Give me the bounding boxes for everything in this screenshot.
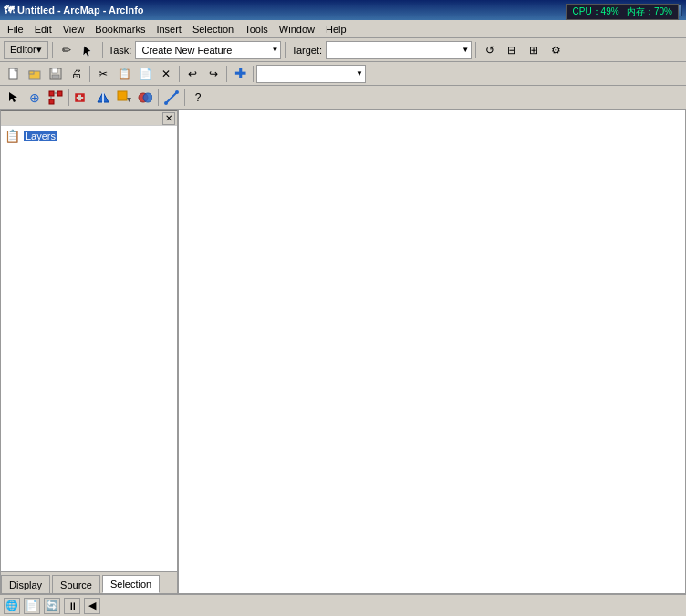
tab-source[interactable]: Source bbox=[52, 575, 100, 593]
reshape-button[interactable] bbox=[72, 89, 92, 107]
save-button[interactable] bbox=[46, 65, 66, 83]
union-button[interactable] bbox=[135, 89, 155, 107]
split-button[interactable] bbox=[93, 89, 113, 107]
add-vertex-button[interactable]: ⊕ bbox=[25, 89, 45, 107]
std-sep-2 bbox=[179, 66, 180, 82]
separator-1 bbox=[52, 42, 53, 58]
editor-dropdown-button[interactable]: Editor▾ bbox=[4, 41, 48, 59]
reshape-icon bbox=[75, 90, 89, 105]
editor-label: Editor▾ bbox=[10, 44, 42, 56]
std-sep-1 bbox=[89, 66, 90, 82]
edit-arrow-icon bbox=[82, 44, 95, 57]
open-folder-icon bbox=[28, 68, 41, 80]
print-button[interactable]: 🖨 bbox=[67, 65, 87, 83]
svg-rect-10 bbox=[57, 91, 62, 96]
separator-3 bbox=[285, 42, 286, 58]
edit-tool-button[interactable] bbox=[78, 41, 99, 59]
toc-layers-item: 📋 Layers bbox=[3, 128, 175, 144]
status-globe-icon[interactable]: 🌐 bbox=[4, 598, 20, 614]
delete-button[interactable]: ✕ bbox=[156, 65, 176, 83]
map-canvas[interactable] bbox=[178, 110, 686, 594]
app-icon: 🗺 bbox=[4, 5, 14, 16]
svg-rect-16 bbox=[81, 94, 84, 97]
flip-icon-button[interactable]: ⊟ bbox=[502, 41, 522, 59]
scale-arrow: ▼ bbox=[356, 69, 363, 78]
sketch-tool-button[interactable]: ✏ bbox=[57, 41, 77, 59]
cut-button[interactable]: ✂ bbox=[93, 65, 113, 83]
toc-header: ✕ bbox=[1, 111, 177, 126]
save-icon bbox=[49, 68, 62, 80]
target-dropdown[interactable]: ▼ bbox=[326, 41, 472, 59]
split-icon bbox=[96, 90, 110, 105]
copy-button[interactable]: 📋 bbox=[114, 65, 134, 83]
svg-point-27 bbox=[175, 90, 179, 94]
editor-toolbar: Editor▾ ✏ Task: Create New Feature ▼ Tar… bbox=[0, 38, 686, 62]
svg-rect-17 bbox=[76, 99, 78, 101]
add-data-button[interactable]: ✚ bbox=[230, 65, 250, 83]
status-pause-icon[interactable]: ⏸ bbox=[64, 598, 80, 614]
svg-rect-7 bbox=[52, 75, 59, 78]
paste-button[interactable]: 📄 bbox=[135, 65, 155, 83]
target-dropdown-arrow: ▼ bbox=[462, 46, 469, 54]
tab-selection[interactable]: Selection bbox=[102, 575, 160, 593]
menu-bar: File Edit View Bookmarks Insert Selectio… bbox=[0, 20, 686, 38]
menu-tools[interactable]: Tools bbox=[239, 23, 274, 36]
settings-icon-button[interactable]: ⚙ bbox=[546, 41, 566, 59]
status-bar: 🌐 📄 🔄 ⏸ ◀ bbox=[0, 594, 686, 616]
task-label: Task: bbox=[107, 45, 134, 56]
status-refresh-icon[interactable]: 🔄 bbox=[44, 598, 60, 614]
undo-button[interactable]: ↩ bbox=[182, 65, 203, 83]
svg-rect-21 bbox=[118, 91, 127, 100]
title-bar: 🗺 Untitled - ArcMap - ArcInfo CPU：49% 内存… bbox=[0, 0, 686, 20]
svg-rect-15 bbox=[76, 94, 78, 97]
menu-view[interactable]: View bbox=[57, 23, 90, 36]
sketch-tools-dropdown[interactable] bbox=[161, 89, 182, 107]
edit-vertices-button[interactable] bbox=[46, 89, 66, 107]
menu-file[interactable]: File bbox=[2, 23, 29, 36]
resource-monitor: CPU：49% 内存：70% bbox=[566, 4, 680, 20]
svg-point-26 bbox=[164, 101, 168, 105]
status-back-icon[interactable]: ◀ bbox=[84, 598, 100, 614]
svg-rect-9 bbox=[49, 91, 54, 96]
layers-label[interactable]: Layers bbox=[24, 131, 57, 141]
menu-bookmarks[interactable]: Bookmarks bbox=[89, 23, 151, 36]
task-value: Create New Feature bbox=[138, 45, 269, 56]
rotate-icon-button[interactable]: ↺ bbox=[480, 41, 500, 59]
standard-toolbar: 🖨 ✂ 📋 📄 ✕ ↩ ↪ ✚ ▼ bbox=[0, 62, 686, 86]
task-dropdown-arrow: ▼ bbox=[272, 46, 279, 54]
svg-rect-4 bbox=[29, 71, 34, 74]
redo-button[interactable]: ↪ bbox=[203, 65, 223, 83]
sketch-dropdown-button[interactable] bbox=[114, 89, 134, 107]
scale-icon-button[interactable]: ⊞ bbox=[524, 41, 544, 59]
cpu-status: CPU：49% bbox=[573, 6, 619, 16]
union-icon bbox=[138, 90, 152, 105]
new-document-button[interactable] bbox=[4, 65, 24, 83]
separator-4 bbox=[475, 42, 476, 58]
std-sep-4 bbox=[253, 66, 254, 82]
edit-sep-2 bbox=[158, 89, 159, 106]
select-elements-button[interactable] bbox=[4, 89, 24, 107]
svg-marker-0 bbox=[83, 46, 91, 57]
menu-selection[interactable]: Selection bbox=[187, 23, 239, 36]
menu-help[interactable]: Help bbox=[320, 23, 352, 36]
title-bar-left: 🗺 Untitled - ArcMap - ArcInfo bbox=[4, 5, 144, 16]
select-arrow-icon bbox=[7, 91, 20, 104]
edit-sep-3 bbox=[184, 89, 185, 106]
edit-toolbar: ⊕ bbox=[0, 86, 686, 110]
task-dropdown[interactable]: Create New Feature ▼ bbox=[135, 41, 281, 59]
svg-rect-18 bbox=[81, 99, 84, 101]
edit-sep-1 bbox=[68, 89, 69, 106]
status-doc-icon[interactable]: 📄 bbox=[24, 598, 40, 614]
menu-insert[interactable]: Insert bbox=[151, 23, 187, 36]
menu-window[interactable]: Window bbox=[274, 23, 320, 36]
layers-folder-icon: 📋 bbox=[5, 129, 20, 143]
menu-edit[interactable]: Edit bbox=[29, 23, 57, 36]
std-sep-3 bbox=[226, 66, 227, 82]
scale-dropdown[interactable]: ▼ bbox=[256, 65, 366, 83]
tab-display[interactable]: Display bbox=[1, 575, 50, 593]
sketch-dropdown-icon bbox=[117, 90, 131, 105]
open-button[interactable] bbox=[25, 65, 45, 83]
toc-close-button[interactable]: ✕ bbox=[162, 112, 175, 125]
svg-marker-22 bbox=[127, 98, 131, 102]
help-button[interactable]: ? bbox=[188, 89, 208, 107]
